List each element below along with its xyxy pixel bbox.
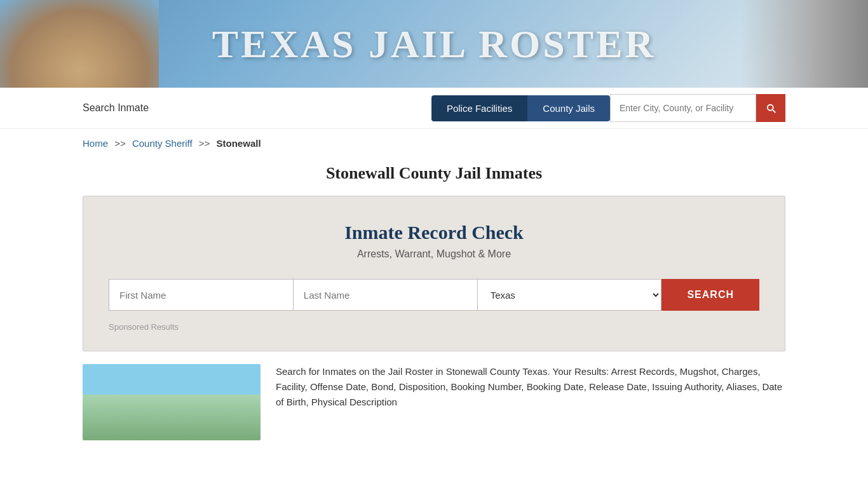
facility-search-input[interactable] xyxy=(610,94,756,122)
breadcrumb-sep2: >> xyxy=(199,138,210,149)
record-box-title: Inmate Record Check xyxy=(109,222,759,243)
nav-bar: Search Inmate Police Facilities County J… xyxy=(0,88,868,129)
last-name-input[interactable] xyxy=(294,279,478,311)
bottom-description: Search for Inmates on the Jail Roster in… xyxy=(276,364,785,440)
breadcrumb: Home >> County Sheriff >> Stonewall xyxy=(0,129,868,158)
record-box-subtitle: Arrests, Warrant, Mugshot & More xyxy=(109,248,759,260)
site-title: Texas Jail Roster xyxy=(212,22,656,67)
record-search-row: AlabamaAlaskaArizonaArkansasCaliforniaCo… xyxy=(109,279,759,311)
breadcrumb-home[interactable]: Home xyxy=(83,138,108,149)
bottom-image xyxy=(83,364,261,440)
county-jails-button[interactable]: County Jails xyxy=(527,95,610,121)
banner-left-image xyxy=(0,0,159,88)
capitol-image xyxy=(0,0,159,88)
bottom-section: Search for Inmates on the Jail Roster in… xyxy=(83,364,785,440)
police-facilities-button[interactable]: Police Facilities xyxy=(431,95,527,121)
state-select[interactable]: AlabamaAlaskaArizonaArkansasCaliforniaCo… xyxy=(478,279,662,311)
breadcrumb-county-sheriff[interactable]: County Sheriff xyxy=(132,138,193,149)
nav-right: Police Facilities County Jails xyxy=(431,94,785,122)
header-banner: Texas Jail Roster xyxy=(0,0,868,88)
breadcrumb-current: Stonewall xyxy=(217,138,261,149)
page-title: Stonewall County Jail Inmates xyxy=(0,164,868,183)
record-search-button[interactable]: SEARCH xyxy=(661,279,759,311)
banner-right-image xyxy=(741,0,868,88)
first-name-input[interactable] xyxy=(109,279,294,311)
facility-search-button[interactable] xyxy=(756,94,785,122)
sponsored-results: Sponsored Results xyxy=(109,322,759,332)
inmate-record-box: Inmate Record Check Arrests, Warrant, Mu… xyxy=(83,196,785,351)
search-icon xyxy=(765,102,776,114)
search-inmate-label: Search Inmate xyxy=(83,102,149,114)
breadcrumb-sep1: >> xyxy=(114,138,126,149)
